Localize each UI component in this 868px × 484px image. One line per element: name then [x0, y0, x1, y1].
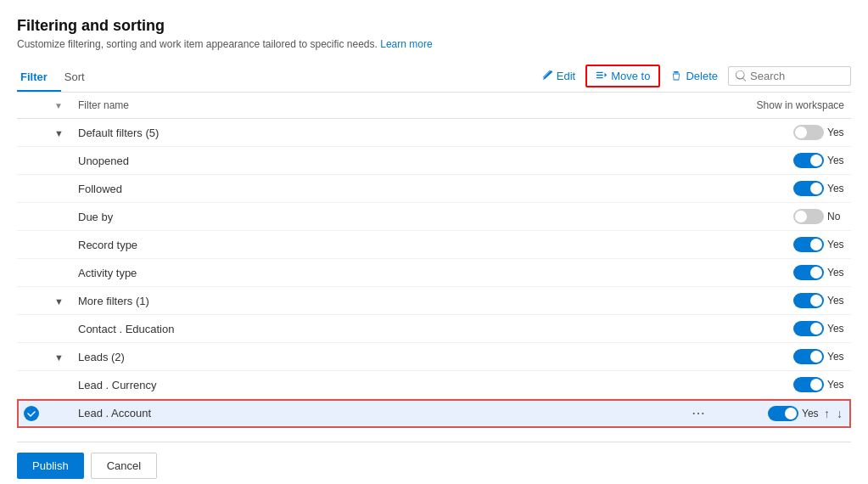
- group-row-more-filters: ▼ More filters (1) Yes: [17, 287, 851, 315]
- group-check-cell: [17, 119, 48, 147]
- move-down-button[interactable]: ↓: [835, 406, 844, 421]
- row-lead-currency: Lead . Currency Yes: [17, 371, 851, 399]
- col-dots-header: [681, 93, 715, 119]
- group-show-cell-default: Yes: [715, 119, 851, 147]
- toggle-activity-type[interactable]: [793, 265, 824, 280]
- group-label-leads: Leads (2): [71, 343, 681, 371]
- selected-check-icon: [24, 406, 39, 421]
- toggle-more-filters[interactable]: [793, 293, 824, 308]
- toggle-lead-currency[interactable]: [793, 377, 824, 392]
- col-filter-name-header: Filter name: [71, 93, 681, 119]
- group-label-default-filters: Default filters (5): [71, 119, 681, 147]
- chevron-down-icon: ▼: [54, 128, 64, 138]
- filters-table: ▼ Filter name Show in workspace ▼ Defaul…: [17, 93, 851, 428]
- group-row-default-filters: ▼ Default filters (5) Yes: [17, 119, 851, 147]
- move-to-icon: [596, 70, 608, 82]
- toggle-default-filters[interactable]: [793, 125, 824, 140]
- row-unopened: Unopened Yes: [17, 147, 851, 175]
- row-followed: Followed Yes: [17, 175, 851, 203]
- edit-icon: [541, 70, 553, 82]
- bottom-bar: Publish Cancel: [17, 442, 851, 479]
- label-record-type: Record type: [71, 231, 681, 259]
- col-show-header: Show in workspace: [715, 93, 851, 119]
- toggle-due-by[interactable]: [793, 209, 824, 224]
- label-activity-type: Activity type: [71, 259, 681, 287]
- tab-sort[interactable]: Sort: [61, 64, 98, 92]
- tab-filter[interactable]: Filter: [17, 64, 61, 92]
- toggle-followed[interactable]: [793, 181, 824, 196]
- sort-chevron-icon: ▼: [54, 101, 63, 110]
- group-label-more-filters: More filters (1): [71, 287, 681, 315]
- row-more-options-button[interactable]: ⋯: [688, 405, 708, 421]
- label-contact-education: Contact . Education: [71, 315, 681, 343]
- svg-rect-0: [596, 71, 603, 72]
- move-up-button[interactable]: ↑: [822, 406, 832, 421]
- row-activity-type: Activity type Yes: [17, 259, 851, 287]
- edit-button[interactable]: Edit: [533, 66, 584, 86]
- label-lead-currency: Lead . Currency: [71, 371, 681, 399]
- svg-rect-1: [596, 74, 603, 75]
- svg-rect-2: [596, 76, 603, 77]
- cancel-button[interactable]: Cancel: [91, 453, 157, 479]
- row-lead-account[interactable]: Lead . Account ⋯ Yes ↑ ↓: [17, 399, 851, 428]
- group-row-leads: ▼ Leads (2) Yes: [17, 343, 851, 371]
- row-record-type: Record type Yes: [17, 231, 851, 259]
- chevron-down-icon-leads: ▼: [54, 352, 64, 363]
- toggle-contact-education[interactable]: [793, 321, 824, 336]
- page-subtitle: Customize filtering, sorting and work it…: [17, 38, 851, 50]
- col-check-header: [17, 93, 48, 119]
- toggle-unopened[interactable]: [793, 153, 824, 168]
- toggle-lead-account[interactable]: [768, 406, 798, 421]
- toggle-record-type[interactable]: [793, 237, 824, 252]
- learn-more-link[interactable]: Learn more: [380, 38, 432, 50]
- search-input[interactable]: [750, 70, 843, 82]
- move-to-button[interactable]: Move to: [585, 65, 660, 87]
- label-lead-account: Lead . Account: [71, 399, 681, 428]
- search-icon: [736, 70, 747, 82]
- group-dots-cell: [681, 119, 715, 147]
- search-box: [728, 66, 851, 86]
- publish-button[interactable]: Publish: [17, 453, 84, 479]
- label-followed: Followed: [71, 175, 681, 203]
- toggle-leads[interactable]: [793, 349, 824, 364]
- group-chevron-cell[interactable]: ▼: [48, 119, 71, 147]
- label-due-by: Due by: [71, 203, 681, 231]
- col-chevron-header: ▼: [48, 93, 71, 119]
- page-title: Filtering and sorting: [17, 17, 851, 35]
- row-due-by: Due by No: [17, 203, 851, 231]
- label-unopened: Unopened: [71, 147, 681, 175]
- delete-button[interactable]: Delete: [662, 66, 726, 86]
- delete-icon: [670, 70, 682, 82]
- row-contact-education: Contact . Education Yes: [17, 315, 851, 343]
- chevron-down-icon-more: ▼: [54, 296, 64, 307]
